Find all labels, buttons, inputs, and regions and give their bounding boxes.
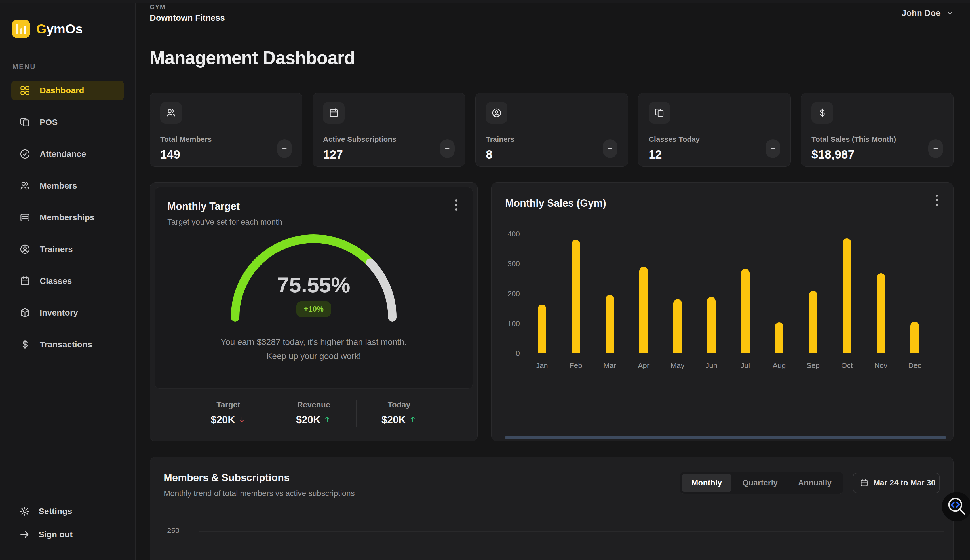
app-root: GymOs MENU DashboardPOSAttendanceMembers… [0, 3, 970, 560]
gear-icon [19, 506, 30, 517]
sidebar-divider [12, 480, 123, 480]
arrow-up-icon [323, 415, 331, 423]
members-area-chart [150, 550, 953, 560]
target-stat-label: Revenue [271, 400, 356, 410]
sidebar-item-dashboard[interactable]: Dashboard [11, 80, 124, 100]
sidebar-item-members[interactable]: Members [11, 176, 124, 196]
tab-monthly[interactable]: Monthly [682, 474, 732, 492]
stat-label: Classes Today [648, 135, 780, 144]
monthly-sales-card: Monthly Sales (Gym) 0100200300400JanFebM… [491, 182, 953, 442]
bar-aug[interactable] [775, 322, 783, 353]
monthly-target-title: Monthly Target [167, 200, 460, 212]
bar-jun[interactable] [707, 297, 716, 353]
y-tick-label: 250 [167, 526, 179, 535]
bar-nov[interactable] [877, 273, 885, 353]
bar-dec[interactable] [910, 322, 919, 353]
date-range-button[interactable]: Mar 24 to Mar 30 [853, 473, 940, 493]
stat-value: $18,987 [812, 148, 943, 161]
copy-icon [654, 107, 665, 118]
sidebar-item-trainers[interactable]: Trainers [11, 239, 124, 259]
y-tick-label: 400 [497, 230, 520, 238]
collapse-button[interactable] [603, 139, 617, 158]
box-icon [19, 307, 31, 318]
collapse-button[interactable] [928, 139, 943, 158]
tab-annually[interactable]: Annually [788, 474, 841, 492]
user-menu[interactable]: John Doe [902, 8, 954, 18]
gridline [525, 234, 932, 234]
sidebar-item-label: Settings [38, 507, 72, 516]
sidebar-item-inventory[interactable]: Inventory [11, 303, 124, 323]
sidebar-item-classes[interactable]: Classes [11, 271, 124, 291]
bar-mar[interactable] [605, 295, 614, 353]
collapse-button[interactable] [765, 139, 780, 158]
x-tick-label: Oct [833, 361, 861, 370]
calendar-icon [860, 478, 869, 487]
sidebar-item-transactions[interactable]: Transactions [11, 335, 124, 355]
x-tick-label: Jul [731, 361, 760, 370]
stat-card-trainers: Trainers8 [475, 93, 628, 167]
target-stat-label: Today [357, 400, 442, 410]
user-circle-icon [491, 107, 502, 118]
stat-card-classes-today: Classes Today12 [638, 93, 791, 167]
sidebar-item-pos[interactable]: POS [11, 112, 124, 132]
stat-label: Total Members [160, 135, 292, 144]
sidebar-item-memberships[interactable]: Memberships [11, 208, 124, 227]
members-subscriptions-title: Members & Subscriptions [163, 472, 355, 484]
target-delta-badge: +10% [297, 302, 331, 317]
sidebar-footer: SettingsSign out [11, 469, 124, 540]
collapse-button[interactable] [440, 139, 455, 158]
x-tick-label: May [663, 361, 692, 370]
period-tabs: MonthlyQuarterlyAnnually [680, 472, 843, 494]
sidebar-item-label: POS [40, 117, 58, 127]
sidebar-item-label: Sign out [38, 530, 73, 539]
target-message-line1: You earn $3287 today, it's higher than l… [155, 337, 473, 347]
stat-label: Trainers [486, 135, 617, 144]
horizontal-scrollbar[interactable] [505, 435, 946, 440]
copy-icon [19, 117, 31, 128]
tab-quarterly[interactable]: Quarterly [733, 474, 787, 492]
inspect-floating-button[interactable] [942, 492, 970, 522]
monthly-sales-plot: 0100200300400JanFebMarAprMayJunJulAugSep… [492, 183, 954, 442]
target-stat-value: $20K [186, 414, 271, 426]
user-name: John Doe [902, 8, 940, 18]
stat-label: Active Subscriptions [323, 135, 455, 144]
members-subscriptions-subtitle: Monthly trend of total members vs active… [163, 489, 355, 498]
bar-apr[interactable] [639, 267, 648, 353]
stat-card-active-subscriptions: Active Subscriptions127 [313, 93, 465, 167]
sidebar-item-sign-out[interactable]: Sign out [11, 529, 124, 540]
members-subscriptions-heading: Members & Subscriptions Monthly trend of… [163, 472, 355, 498]
bar-feb[interactable] [572, 240, 580, 353]
x-tick-label: Aug [765, 361, 793, 370]
bar-jan[interactable] [538, 305, 546, 353]
bar-oct[interactable] [843, 238, 851, 353]
stat-card-total-members: Total Members149 [150, 93, 302, 167]
magnifier-code-icon [945, 495, 969, 519]
sidebar-item-attendance[interactable]: Attendance [11, 144, 124, 164]
gridline [525, 323, 932, 324]
arrow-down-icon [238, 415, 246, 423]
monthly-target-subtitle: Target you've set for each month [167, 217, 460, 227]
arrow-up-icon [409, 415, 417, 423]
sidebar-item-label: Transactions [40, 340, 92, 349]
target-percent: 75.55% [155, 272, 473, 297]
sidebar-item-label: Inventory [40, 308, 78, 318]
target-stat-revenue: Revenue$20K [271, 400, 356, 426]
members-subscriptions-card: Members & Subscriptions Monthly trend of… [150, 457, 953, 560]
arrow-right-icon [19, 529, 30, 540]
window-top-strip [0, 0, 970, 3]
bar-sep[interactable] [809, 291, 817, 353]
user-circle-icon [19, 243, 31, 255]
stat-icon-tile [323, 102, 345, 123]
sidebar-item-settings[interactable]: Settings [11, 506, 124, 517]
check-circle-icon [19, 148, 31, 160]
y-tick-label: 300 [497, 260, 520, 268]
kebab-menu-icon[interactable] [450, 199, 462, 211]
collapse-button[interactable] [277, 139, 292, 158]
gym-context: GYM Downtown Fitness [150, 3, 225, 23]
bar-may[interactable] [673, 299, 682, 353]
stat-value: 8 [486, 148, 617, 161]
bar-jul[interactable] [741, 269, 750, 353]
x-tick-label: Dec [900, 361, 929, 370]
charts-row: Monthly Target Target you've set for eac… [150, 182, 953, 442]
x-tick-label: Nov [867, 361, 895, 370]
